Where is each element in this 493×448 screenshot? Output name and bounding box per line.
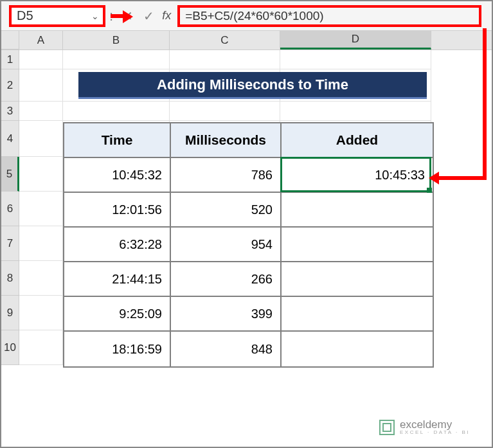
sheet-title-banner: Adding Milliseconds to Time	[78, 72, 427, 99]
cell-time[interactable]: 21:44:15	[64, 262, 171, 297]
cell[interactable]	[170, 50, 280, 69]
formula-input[interactable]: =B5+C5/(24*60*60*1000)	[177, 5, 481, 27]
table-row: 18:16:59 848	[64, 332, 433, 366]
row-header-3[interactable]: 3	[1, 102, 19, 121]
cell-ms[interactable]: 399	[171, 297, 282, 332]
cell-added[interactable]	[282, 228, 433, 262]
annotation-arrowhead-left	[429, 172, 439, 184]
cell-ms[interactable]: 954	[171, 228, 282, 262]
cell-time[interactable]: 6:32:28	[64, 228, 171, 262]
cell-ms[interactable]: 848	[171, 332, 282, 366]
exceldemy-logo-icon	[379, 420, 395, 435]
cell[interactable]	[19, 50, 63, 69]
confirm-check-icon[interactable]: ✓	[143, 8, 154, 24]
cell-added[interactable]: 10:45:33	[282, 158, 433, 193]
row-header-1[interactable]: 1	[1, 50, 19, 69]
data-table: Time Milliseconds Added 10:45:32 786 10:…	[63, 122, 434, 368]
chevron-down-icon[interactable]: ⌄	[91, 11, 99, 21]
annotation-line-horizontal	[439, 176, 487, 180]
table-header-row: Time Milliseconds Added	[64, 123, 433, 158]
cell-added[interactable]	[282, 193, 433, 228]
cell[interactable]	[19, 330, 63, 365]
row-header-9[interactable]: 9	[1, 296, 19, 330]
annotation-arrow-start	[111, 14, 123, 18]
cell-ms[interactable]: 266	[171, 262, 282, 297]
cell-time[interactable]: 9:25:09	[64, 297, 171, 332]
col-header-milliseconds[interactable]: Milliseconds	[171, 123, 282, 158]
cell[interactable]	[19, 226, 63, 261]
row-header-10[interactable]: 10	[1, 330, 19, 365]
grid-row: 3	[1, 102, 492, 121]
row-header-2[interactable]: 2	[1, 69, 19, 102]
cell[interactable]	[63, 50, 170, 69]
table-row: 21:44:15 266	[64, 262, 433, 297]
table-row: 9:25:09 399	[64, 297, 433, 332]
select-all-corner[interactable]	[1, 31, 19, 49]
cell-added[interactable]	[282, 297, 433, 332]
formula-text: =B5+C5/(24*60*60*1000)	[185, 9, 324, 23]
col-header-C[interactable]: C	[170, 31, 280, 49]
watermark-text: exceldemy EXCEL · DATA · BI	[400, 419, 470, 435]
table-row: 6:32:28 954	[64, 228, 433, 262]
cell-ms[interactable]: 520	[171, 193, 282, 228]
annotation-arrowhead-right	[123, 10, 133, 23]
cell[interactable]	[280, 102, 431, 121]
col-header-B[interactable]: B	[63, 31, 170, 49]
cell[interactable]	[19, 69, 63, 102]
cell[interactable]	[19, 157, 63, 192]
row-header-4[interactable]: 4	[1, 121, 19, 157]
cell[interactable]	[19, 102, 63, 121]
column-headers-row: A B C D	[1, 31, 492, 50]
cell-reference: D5	[17, 8, 33, 23]
table-row: 10:45:32 786 10:45:33	[64, 158, 433, 193]
row-header-8[interactable]: 8	[1, 261, 19, 296]
name-box[interactable]: D5 ⌄	[9, 5, 105, 27]
cell[interactable]	[19, 121, 63, 157]
cell[interactable]	[170, 102, 280, 121]
row-header-7[interactable]: 7	[1, 226, 19, 261]
cell-added[interactable]	[282, 262, 433, 297]
cell[interactable]	[63, 102, 170, 121]
row-header-5[interactable]: 5	[1, 157, 19, 192]
col-header-time[interactable]: Time	[64, 123, 171, 158]
table-row: 12:01:56 520	[64, 193, 433, 228]
cell-added[interactable]	[282, 332, 433, 366]
watermark-tagline: EXCEL · DATA · BI	[400, 430, 470, 435]
sheet-title: Adding Milliseconds to Time	[157, 76, 348, 93]
col-header-D[interactable]: D	[280, 31, 431, 49]
cell-time[interactable]: 10:45:32	[64, 158, 171, 193]
cell[interactable]	[280, 50, 431, 69]
cell-time[interactable]: 12:01:56	[64, 193, 171, 228]
row-header-6[interactable]: 6	[1, 192, 19, 226]
watermark: exceldemy EXCEL · DATA · BI	[379, 419, 470, 435]
cell[interactable]	[19, 296, 63, 330]
grid-row: 1	[1, 50, 492, 69]
annotation-line-vertical	[483, 28, 487, 177]
fx-icon[interactable]: fx	[162, 9, 171, 22]
cell[interactable]	[19, 261, 63, 296]
cell-ms[interactable]: 786	[171, 158, 282, 193]
grid-area: 1 2 3 4 5 6 7	[1, 50, 492, 447]
formula-bar: D5 ⌄ : ✕ ✓ fx =B5+C5/(24*60*60*1000)	[1, 1, 492, 31]
watermark-brand: exceldemy	[400, 419, 470, 430]
cell[interactable]	[19, 192, 63, 226]
cell-time[interactable]: 18:16:59	[64, 332, 171, 366]
col-header-A[interactable]: A	[19, 31, 63, 49]
col-header-added[interactable]: Added	[282, 123, 433, 158]
